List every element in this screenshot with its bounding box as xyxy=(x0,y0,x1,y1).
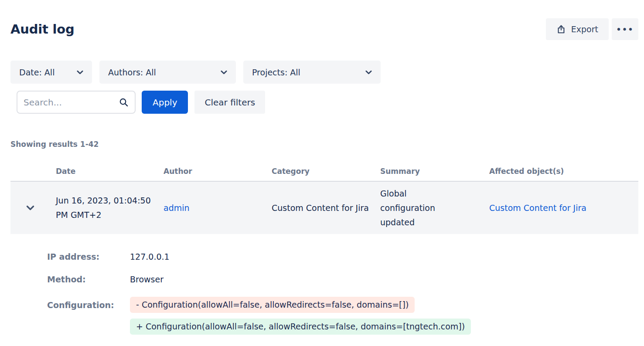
export-button[interactable]: Export xyxy=(546,18,609,40)
results-count: Showing results 1-42 xyxy=(10,140,638,149)
page-title: Audit log xyxy=(10,22,75,37)
row-details-panel: IP address: 127.0.0.1 Method: Browser Co… xyxy=(10,234,638,335)
search-row: Apply Clear filters xyxy=(10,91,638,114)
detail-row-ip: IP address: 127.0.0.1 xyxy=(47,251,638,262)
detail-row-method: Method: Browser xyxy=(47,274,638,285)
table-row: Jun 16, 2023, 01:04:50 PM GMT+2 admin Cu… xyxy=(10,182,638,234)
search-input[interactable] xyxy=(24,97,119,108)
projects-filter-dropdown[interactable]: Projects: All xyxy=(243,61,381,84)
configuration-diff: - Configuration(allowAll=false, allowRed… xyxy=(130,297,471,335)
export-upload-icon xyxy=(556,24,566,34)
cell-summary: Global configuration updated xyxy=(380,187,489,230)
more-actions-button[interactable]: ••• xyxy=(612,18,638,40)
filters-row: Date: All Authors: All Projects: All xyxy=(10,61,638,84)
row-expand-cell xyxy=(10,205,56,211)
clear-filters-button[interactable]: Clear filters xyxy=(194,91,265,114)
page-header: Audit log Export ••• xyxy=(10,17,638,41)
column-header-summary: Summary xyxy=(380,167,489,181)
configuration-label: Configuration: xyxy=(47,297,130,335)
audit-log-page: Audit log Export ••• Date: All xyxy=(10,17,638,335)
search-icon xyxy=(119,97,129,107)
audit-table: Date Author Category Summary Affected ob… xyxy=(10,167,638,335)
ip-address-value: 127.0.0.1 xyxy=(130,251,170,262)
ip-address-label: IP address: xyxy=(47,251,130,262)
method-label: Method: xyxy=(47,274,130,285)
export-button-label: Export xyxy=(571,24,598,34)
author-link[interactable]: admin xyxy=(164,203,190,213)
config-diff-removed-line: - Configuration(allowAll=false, allowRed… xyxy=(130,297,415,313)
row-date-text: Jun 16, 2023, 01:04:50 PM GMT+2 xyxy=(56,193,152,222)
row-summary-text: Global configuration updated xyxy=(380,187,452,230)
apply-button[interactable]: Apply xyxy=(142,91,188,114)
projects-filter-label: Projects: All xyxy=(252,68,300,77)
authors-filter-label: Authors: All xyxy=(108,68,156,77)
column-header-author: Author xyxy=(164,167,272,181)
search-box xyxy=(17,91,136,114)
method-value: Browser xyxy=(130,274,164,285)
date-filter-dropdown[interactable]: Date: All xyxy=(10,61,92,84)
config-diff-added-line: + Configuration(allowAll=false, allowRed… xyxy=(130,319,471,335)
date-filter-label: Date: All xyxy=(19,68,55,77)
cell-author: admin xyxy=(164,201,272,215)
affected-object-link[interactable]: Custom Content for Jira xyxy=(489,203,586,213)
column-header-date: Date xyxy=(56,167,164,181)
table-header-row: Date Author Category Summary Affected ob… xyxy=(10,167,638,182)
row-category-text: Custom Content for Jira xyxy=(272,201,369,215)
cell-date: Jun 16, 2023, 01:04:50 PM GMT+2 xyxy=(56,193,164,222)
ellipsis-icon: ••• xyxy=(616,25,634,34)
authors-filter-dropdown[interactable]: Authors: All xyxy=(99,61,236,84)
chevron-down-icon xyxy=(365,70,372,75)
chevron-down-icon xyxy=(221,70,227,75)
chevron-down-icon xyxy=(77,70,83,75)
column-header-category: Category xyxy=(272,167,380,181)
header-actions: Export ••• xyxy=(546,18,638,40)
cell-affected-objects: Custom Content for Jira xyxy=(489,201,638,215)
column-header-affected: Affected object(s) xyxy=(489,167,638,181)
detail-row-configuration: Configuration: - Configuration(allowAll=… xyxy=(47,297,638,335)
column-spacer xyxy=(10,167,56,181)
collapse-row-chevron-icon[interactable] xyxy=(26,205,34,211)
cell-category: Custom Content for Jira xyxy=(272,201,380,215)
